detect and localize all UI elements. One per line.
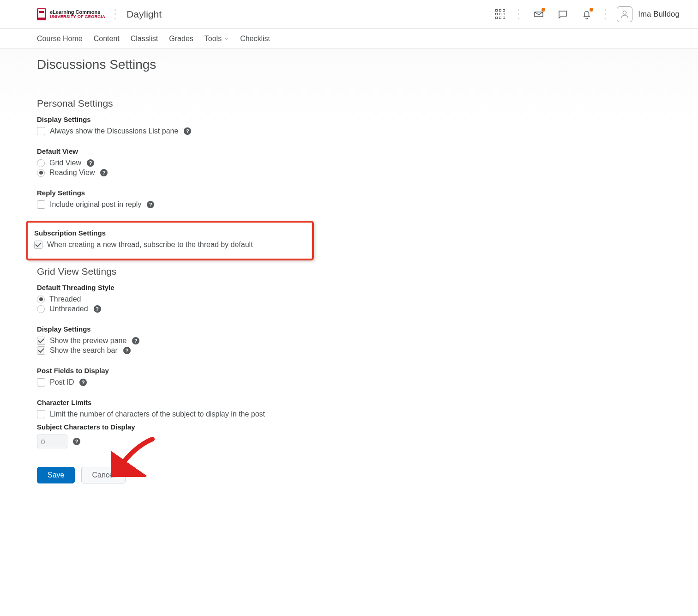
threading-style-heading: Default Threading Style: [37, 284, 661, 291]
logo-text: eLearning Commons UNIVERSITY OF GEORGIA: [50, 10, 105, 19]
notification-dot-icon: [590, 8, 593, 12]
logo-line2: UNIVERSITY OF GEORGIA: [50, 15, 105, 19]
separator-dots-icon: [518, 9, 521, 19]
alerts-button[interactable]: [578, 6, 596, 23]
subject-chars-input[interactable]: [37, 435, 67, 448]
separator-dots-icon: [114, 9, 117, 19]
save-button[interactable]: Save: [37, 467, 75, 483]
apps-grid-icon: [495, 9, 505, 19]
show-search-label: Show the search bar: [50, 346, 118, 355]
grid-view-radio[interactable]: [37, 159, 45, 167]
help-icon[interactable]: ?: [123, 347, 131, 354]
subscription-highlight: Subscription Settings When creating a ne…: [26, 221, 314, 260]
post-fields-group: Post Fields to Display Post ID ?: [37, 367, 661, 387]
nav-content[interactable]: Content: [94, 35, 120, 43]
include-original-checkbox[interactable]: [37, 200, 45, 209]
nav-classlist[interactable]: Classlist: [131, 35, 158, 43]
display-settings-group: Display Settings Always show the Discuss…: [37, 115, 661, 135]
unthreaded-radio[interactable]: [37, 305, 45, 313]
course-name[interactable]: Daylight: [126, 9, 162, 20]
show-preview-label: Show the preview pane: [50, 337, 126, 345]
subscription-settings-heading: Subscription Settings: [34, 229, 306, 237]
grid-view-label: Grid View: [49, 159, 81, 167]
nav-checklist[interactable]: Checklist: [240, 35, 270, 43]
auto-subscribe-checkbox[interactable]: [34, 241, 42, 249]
post-id-checkbox[interactable]: [37, 378, 45, 387]
svg-point-0: [623, 11, 626, 14]
notification-dot-icon: [542, 8, 545, 12]
help-icon[interactable]: ?: [100, 169, 108, 176]
chat-button[interactable]: [554, 6, 572, 23]
uga-arch-icon: [37, 8, 46, 20]
username-label: Ima Bulldog: [638, 10, 680, 19]
page-title: Discussions Settings: [37, 57, 661, 72]
help-icon[interactable]: ?: [73, 438, 80, 445]
help-icon[interactable]: ?: [79, 379, 87, 386]
button-bar: Save Cancel: [37, 467, 661, 483]
character-limits-heading: Character Limits: [37, 399, 661, 406]
help-icon[interactable]: ?: [87, 159, 94, 167]
personal-settings-heading: Personal Settings: [37, 98, 661, 109]
reply-settings-heading: Reply Settings: [37, 189, 661, 197]
reading-view-label: Reading View: [49, 169, 95, 177]
separator-dots-icon: [605, 9, 608, 19]
page-content: Discussions Settings Personal Settings D…: [0, 49, 698, 511]
reading-view-radio[interactable]: [37, 169, 45, 177]
limit-chars-checkbox[interactable]: [37, 410, 45, 418]
person-icon: [620, 9, 630, 19]
include-original-label: Include original post in reply: [50, 200, 141, 209]
character-limits-group: Character Limits Limit the number of cha…: [37, 399, 661, 448]
threaded-label: Threaded: [49, 295, 81, 303]
post-id-label: Post ID: [50, 378, 74, 387]
display-settings-heading: Display Settings: [37, 115, 661, 123]
unthreaded-label: Unthreaded: [49, 305, 88, 313]
threaded-radio[interactable]: [37, 296, 45, 303]
always-show-list-label: Always show the Discussions List pane: [50, 127, 178, 135]
help-icon[interactable]: ?: [94, 305, 101, 313]
profile-menu[interactable]: Ima Bulldog: [617, 6, 680, 22]
grid-view-settings-heading: Grid View Settings: [37, 266, 661, 277]
help-icon[interactable]: ?: [132, 337, 139, 344]
reply-settings-group: Reply Settings Include original post in …: [37, 189, 661, 209]
course-nav: Course Home Content Classlist Grades Too…: [0, 29, 698, 49]
auto-subscribe-label: When creating a new thread, subscribe to…: [47, 241, 253, 249]
grid-display-settings-group: Display Settings Show the preview pane ?…: [37, 325, 661, 355]
help-icon[interactable]: ?: [147, 201, 154, 208]
avatar: [617, 6, 632, 22]
default-view-heading: Default View: [37, 147, 661, 155]
limit-chars-label: Limit the number of characters of the su…: [50, 410, 265, 418]
cancel-button[interactable]: Cancel: [81, 467, 126, 483]
nav-tools-dropdown[interactable]: Tools: [205, 35, 229, 43]
default-view-group: Default View Grid View ? Reading View ?: [37, 147, 661, 177]
org-logo[interactable]: eLearning Commons UNIVERSITY OF GEORGIA: [37, 8, 105, 20]
chevron-down-icon: [223, 36, 229, 42]
app-switcher-button[interactable]: [491, 6, 509, 23]
messages-button[interactable]: [530, 6, 548, 23]
always-show-list-checkbox[interactable]: [37, 127, 45, 135]
grid-display-settings-heading: Display Settings: [37, 325, 661, 333]
topbar-right: Ima Bulldog: [491, 6, 680, 23]
topbar-left: eLearning Commons UNIVERSITY OF GEORGIA …: [37, 8, 162, 20]
subject-chars-heading: Subject Characters to Display: [37, 423, 661, 431]
nav-tools-label: Tools: [205, 35, 222, 43]
threading-style-group: Default Threading Style Threaded Unthrea…: [37, 284, 661, 313]
show-preview-checkbox[interactable]: [37, 337, 45, 345]
top-bar: eLearning Commons UNIVERSITY OF GEORGIA …: [0, 0, 698, 29]
chat-bubble-icon: [557, 9, 568, 20]
help-icon[interactable]: ?: [184, 127, 191, 135]
nav-course-home[interactable]: Course Home: [37, 35, 83, 43]
show-search-checkbox[interactable]: [37, 346, 45, 355]
logo-line1: eLearning Commons: [50, 10, 105, 15]
post-fields-heading: Post Fields to Display: [37, 367, 661, 374]
nav-grades[interactable]: Grades: [169, 35, 193, 43]
